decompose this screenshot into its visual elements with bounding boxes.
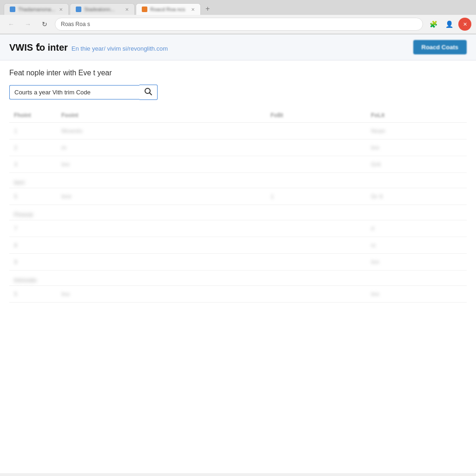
app-title-sub: En thie year/ vivim si/revonglith.com	[72, 45, 168, 52]
row-val1	[266, 123, 366, 139]
tab-favicon-1	[10, 7, 15, 12]
tab-close-1[interactable]: ✕	[59, 7, 63, 12]
address-input[interactable]	[55, 18, 423, 31]
row-num: 8	[9, 237, 57, 254]
page-content: VWIS ƭo inter En thie year/ vivim si/rev…	[0, 34, 476, 473]
profile-icon[interactable]: 👤	[443, 18, 456, 31]
row-val2: rl	[366, 220, 467, 237]
table-row: 5 Ino Inn	[9, 286, 467, 303]
row-num: 5	[9, 188, 57, 205]
row-val1	[266, 220, 366, 237]
row-val2: Inn	[366, 286, 467, 303]
col-header-3: FoLit	[366, 108, 467, 123]
table-row: 3 Inn Grit	[9, 156, 467, 173]
row-name	[57, 237, 266, 254]
row-val1	[266, 139, 366, 156]
col-header-1: Fooint	[57, 108, 266, 123]
forward-button[interactable]: →	[21, 18, 34, 31]
col-header-2: FoBt	[266, 108, 366, 123]
new-tab-button[interactable]: +	[202, 3, 213, 15]
tab-close-3[interactable]: ✕	[191, 7, 195, 12]
row-name: Innr	[57, 188, 266, 205]
tab-favicon-2	[76, 7, 81, 12]
data-table: Fhoint Fooint FoBt FoLit 1 Mowoto Noan 2…	[9, 108, 467, 303]
browser-chrome: Thadamanona... ✕ Stadeatonn... ✕ Roacd R…	[0, 0, 476, 34]
page-subtitle: Feat nople inter with Eve t year	[9, 69, 467, 77]
app-header: VWIS ƭo inter En thie year/ vivim si/rev…	[0, 34, 476, 60]
row-num: 2	[9, 139, 57, 156]
row-val1	[266, 156, 366, 173]
toolbar-icons: 🧩 👤 ✕	[427, 18, 471, 31]
row-val2: Noan	[366, 123, 467, 139]
table-section-row: Finorat	[9, 205, 467, 220]
row-num: 3	[9, 156, 57, 173]
header-action-button[interactable]: Roacd Coats	[413, 40, 467, 54]
row-name: Mowoto	[57, 123, 266, 139]
row-val2: rc	[366, 237, 467, 254]
address-bar-row: ← → ↻ 🧩 👤 ✕	[0, 15, 476, 34]
row-val1	[266, 254, 366, 271]
row-val2: Inn	[366, 254, 467, 271]
tab-2[interactable]: Stadeatonn... ✕	[70, 3, 135, 15]
row-name: m	[57, 139, 266, 156]
table-section-row: Introrate	[9, 271, 467, 286]
row-num: 7	[9, 220, 57, 237]
table-row: 9 Inn	[9, 254, 467, 271]
close-icon[interactable]: ✕	[458, 18, 471, 31]
row-name	[57, 254, 266, 271]
col-header-0: Fhoint	[9, 108, 57, 123]
app-title-main: VWIS ƭo inter	[9, 42, 68, 53]
search-icon	[144, 87, 152, 97]
svg-line-1	[150, 93, 152, 95]
search-button[interactable]	[139, 85, 158, 100]
row-val2: Grit	[366, 156, 467, 173]
row-val2: Gr It	[366, 188, 467, 205]
search-bar	[9, 85, 467, 100]
table-row: 1 Mowoto Noan	[9, 123, 467, 139]
row-val1	[266, 237, 366, 254]
tab-close-2[interactable]: ✕	[125, 7, 129, 12]
tab-1[interactable]: Thadamanona... ✕	[4, 3, 69, 15]
tab-label-2: Stadeatonn...	[84, 7, 122, 12]
tab-label-1: Thadamanona...	[18, 7, 56, 12]
row-val1	[266, 286, 366, 303]
extensions-icon[interactable]: 🧩	[427, 18, 440, 31]
tab-favicon-3	[142, 7, 147, 12]
back-button[interactable]: ←	[5, 18, 18, 31]
row-name: Inn	[57, 156, 266, 173]
table-row: 8 rc	[9, 237, 467, 254]
row-name	[57, 220, 266, 237]
table-row: 7 rl	[9, 220, 467, 237]
search-input[interactable]	[9, 85, 139, 99]
tab-bar: Thadamanona... ✕ Stadeatonn... ✕ Roacd R…	[0, 0, 476, 15]
page-body: Feat nople inter with Eve t year Fhoint …	[0, 60, 476, 311]
tab-label-3: Roacd Roa ncs	[150, 7, 188, 12]
row-num: 9	[9, 254, 57, 271]
table-header-row: Fhoint Fooint FoBt FoLit	[9, 108, 467, 123]
row-val1: 1	[266, 188, 366, 205]
table-row: 5 Innr 1 Gr It	[9, 188, 467, 205]
reload-button[interactable]: ↻	[38, 18, 51, 31]
row-name: Ino	[57, 286, 266, 303]
app-title-block: VWIS ƭo inter En thie year/ vivim si/rev…	[9, 42, 168, 53]
table-row: 2 m Inn	[9, 139, 467, 156]
table-section-row: Imrt	[9, 173, 467, 188]
row-val2: Inn	[366, 139, 467, 156]
row-num: 5	[9, 286, 57, 303]
tab-3[interactable]: Roacd Roa ncs ✕	[136, 3, 201, 15]
row-num: 1	[9, 123, 57, 139]
